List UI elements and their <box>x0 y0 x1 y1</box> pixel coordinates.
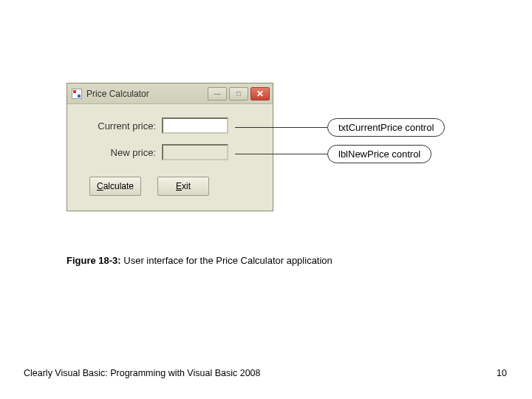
maximize-button[interactable]: □ <box>229 87 248 100</box>
button-row: Calculate Exit <box>81 177 259 196</box>
figure-label: Figure 18-3: <box>66 255 121 266</box>
footer-page-number: 10 <box>497 368 507 378</box>
calculate-accel: C <box>97 181 103 191</box>
window-title: Price Calculator <box>86 89 208 99</box>
figure-text: User interface for the Price Calculator … <box>121 255 332 266</box>
new-price-row: New price: <box>81 144 259 160</box>
callout-txtcurrentprice: txtCurrentPrice control <box>327 118 445 137</box>
exit-button[interactable]: Exit <box>157 177 209 196</box>
current-price-label: Current price: <box>81 120 162 132</box>
callout-line-1 <box>235 127 327 128</box>
footer-book-title: Clearly Visual Basic: Programming with V… <box>24 368 261 378</box>
app-icon <box>72 89 82 99</box>
new-price-label: New price: <box>81 147 162 158</box>
minimize-button[interactable]: — <box>208 87 227 100</box>
exit-text: xit <box>182 181 191 191</box>
calculate-text: alculate <box>103 181 134 191</box>
close-button[interactable]: ✕ <box>250 87 270 100</box>
callout-line-2 <box>235 154 327 154</box>
calculate-button[interactable]: Calculate <box>89 177 141 196</box>
callout-lblnewprice: lblNewPrice control <box>327 145 432 163</box>
figure-caption: Figure 18-3: User interface for the Pric… <box>66 255 332 266</box>
form-body: Current price: New price: Calculate Exit <box>67 104 273 211</box>
titlebar: Price Calculator — □ ✕ <box>67 83 273 104</box>
new-price-output <box>162 144 228 160</box>
window-controls: — □ ✕ <box>208 87 270 100</box>
price-calculator-window: Price Calculator — □ ✕ Current price: Ne… <box>66 83 273 211</box>
current-price-row: Current price: <box>81 117 259 134</box>
exit-accel: E <box>176 181 182 191</box>
current-price-input[interactable] <box>162 117 228 134</box>
